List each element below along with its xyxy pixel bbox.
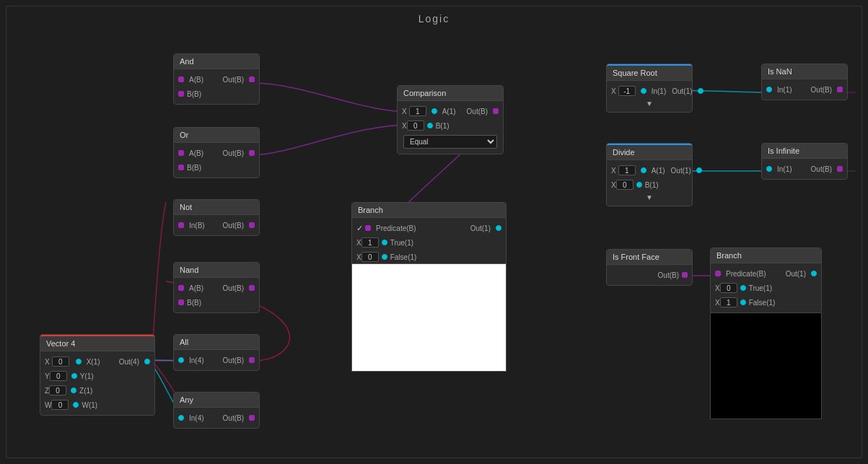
or-input-a-port[interactable] bbox=[178, 150, 184, 156]
divide-body: X A(1) Out(1) X B(1) ▼ bbox=[607, 160, 692, 206]
b1-x1-input[interactable] bbox=[361, 237, 379, 248]
and-header: And bbox=[174, 54, 259, 69]
isfrontface-out-port[interactable] bbox=[682, 272, 688, 278]
b2-x0-input[interactable] bbox=[720, 283, 737, 293]
node-branch2: Branch Predicate(B) Out(1) X True(1) X bbox=[710, 248, 822, 313]
b1-row-false: X False(1) bbox=[352, 250, 506, 264]
sqr-out-label: Out(1) bbox=[672, 87, 692, 95]
b1-false-port[interactable] bbox=[382, 254, 387, 260]
b2-row-pred: Predicate(B) Out(1) bbox=[711, 266, 821, 281]
not-output-label: Out(B) bbox=[223, 222, 244, 229]
nand-row-b: B(B) bbox=[174, 295, 259, 310]
all-input-port[interactable] bbox=[178, 357, 184, 363]
not-input-port[interactable] bbox=[178, 222, 184, 228]
comp-x1-input[interactable] bbox=[409, 106, 426, 116]
sqr-in-port[interactable] bbox=[641, 88, 646, 94]
divide-x1-input[interactable] bbox=[618, 165, 636, 175]
node-not: Not In(B) Out(B) bbox=[173, 199, 260, 236]
b2-x0-label: X bbox=[715, 284, 720, 292]
sqr-row: X In(1) Out(1) bbox=[607, 84, 692, 98]
comp-out-label: Out(B) bbox=[467, 108, 488, 115]
comp-dropdown[interactable]: Equal Not Equal Greater Less bbox=[403, 135, 497, 149]
or-output-port[interactable] bbox=[249, 150, 255, 156]
b2-true-port[interactable] bbox=[740, 285, 746, 291]
v4-w-out-label: W(1) bbox=[82, 401, 97, 409]
b1-out-label: Out(1) bbox=[470, 224, 491, 232]
vector4-header: Vector 4 bbox=[40, 335, 154, 351]
v4-z-input[interactable] bbox=[49, 385, 66, 395]
divide-x1-label: X bbox=[611, 167, 616, 175]
v4-z-out-label: Z(1) bbox=[79, 387, 92, 395]
b1-out-port[interactable] bbox=[496, 225, 501, 231]
sqr-out-port[interactable] bbox=[698, 88, 703, 94]
v4-w-input[interactable] bbox=[51, 400, 69, 410]
sqr-expand[interactable]: ▼ bbox=[607, 98, 692, 109]
and-input-b-port[interactable] bbox=[178, 91, 184, 97]
comp-x0-label: X bbox=[402, 122, 407, 130]
b1-true-port[interactable] bbox=[382, 240, 387, 245]
comp-a-port[interactable] bbox=[431, 108, 437, 114]
node-isnan: Is NaN In(1) Out(B) bbox=[761, 64, 848, 100]
and-output-label: Out(B) bbox=[223, 76, 244, 84]
v4-z-in-port[interactable] bbox=[71, 388, 76, 393]
divide-out-port[interactable] bbox=[696, 167, 702, 173]
b2-out-label: Out(1) bbox=[786, 270, 806, 278]
node-nand: Nand A(B) Out(B) B(B) bbox=[173, 262, 260, 313]
sqr-x-input[interactable] bbox=[618, 86, 636, 96]
comp-x0-input[interactable] bbox=[407, 121, 424, 131]
and-input-a-port[interactable] bbox=[178, 76, 184, 82]
any-row: In(4) Out(B) bbox=[174, 411, 259, 425]
or-row-b: B(B) bbox=[174, 160, 259, 175]
nand-input-b-port[interactable] bbox=[178, 299, 184, 305]
comp-b-port[interactable] bbox=[427, 123, 433, 128]
all-header: All bbox=[174, 335, 259, 350]
divide-b-port[interactable] bbox=[636, 182, 642, 188]
v4-x-in-port[interactable] bbox=[76, 359, 82, 364]
b1-x0-label: X bbox=[356, 253, 361, 261]
b2-true-label: True(1) bbox=[749, 284, 772, 292]
b2-x1-input[interactable] bbox=[720, 297, 737, 307]
all-output-port[interactable] bbox=[249, 357, 255, 363]
and-output-port[interactable] bbox=[249, 76, 255, 82]
any-output-port[interactable] bbox=[249, 415, 255, 421]
all-body: In(4) Out(B) bbox=[174, 350, 259, 370]
any-input-port[interactable] bbox=[178, 415, 184, 421]
b2-row-false: X False(1) bbox=[711, 295, 821, 310]
or-input-b-label: B(B) bbox=[187, 164, 201, 172]
nand-input-a-port[interactable] bbox=[178, 285, 184, 291]
page-title: Logic bbox=[0, 13, 868, 25]
b2-out-port[interactable] bbox=[811, 271, 817, 276]
or-input-b-port[interactable] bbox=[178, 165, 184, 170]
v4-y-input[interactable] bbox=[50, 371, 67, 381]
comp-out-port[interactable] bbox=[493, 108, 499, 114]
v4-x-input[interactable] bbox=[52, 356, 69, 367]
b1-pred-port[interactable] bbox=[365, 225, 371, 231]
isnan-out-port[interactable] bbox=[837, 87, 843, 92]
isnan-in-port[interactable] bbox=[766, 87, 772, 92]
v4-x-label: X bbox=[45, 358, 50, 366]
preview-box-black bbox=[710, 312, 822, 419]
node-graph-canvas[interactable]: Logic And bbox=[0, 0, 868, 464]
divide-header: Divide bbox=[607, 144, 692, 160]
isinfinite-out-port[interactable] bbox=[837, 166, 843, 172]
isinfinite-in-port[interactable] bbox=[766, 166, 772, 172]
comp-b-label: B(1) bbox=[436, 122, 450, 130]
b1-x0-input[interactable] bbox=[361, 252, 379, 262]
comp-row-a: X A(1) Out(B) bbox=[398, 104, 503, 118]
b2-pred-port[interactable] bbox=[715, 271, 721, 276]
node-comparison: Comparison X A(1) Out(B) X B(1) bbox=[397, 85, 504, 154]
isfrontface-header: Is Front Face bbox=[607, 250, 692, 265]
divide-x0-input[interactable] bbox=[616, 180, 634, 190]
not-output-port[interactable] bbox=[249, 222, 255, 228]
b2-false-port[interactable] bbox=[740, 299, 746, 305]
nand-output-port[interactable] bbox=[249, 285, 255, 291]
v4-out-port[interactable] bbox=[144, 359, 150, 364]
divide-a-port[interactable] bbox=[641, 167, 646, 173]
node-squareroot: Square Root X In(1) Out(1) ▼ bbox=[606, 64, 693, 113]
or-row-a: A(B) Out(B) bbox=[174, 146, 259, 160]
v4-y-in-port[interactable] bbox=[71, 373, 77, 379]
not-body: In(B) Out(B) bbox=[174, 215, 259, 235]
v4-w-in-port[interactable] bbox=[73, 402, 79, 408]
isfrontface-out-label: Out(B) bbox=[658, 271, 679, 279]
divide-expand[interactable]: ▼ bbox=[607, 192, 692, 203]
